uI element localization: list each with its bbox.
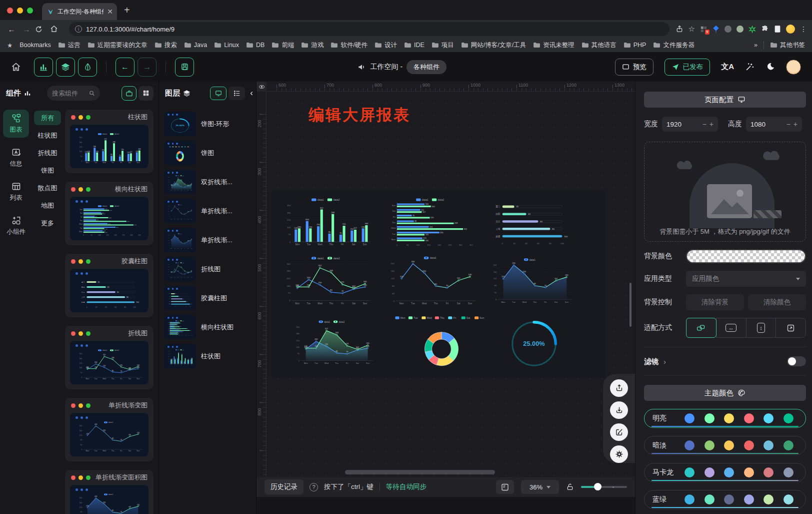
layer-item-单折线渐...[interactable]: data104080120160200MonTueWedThuFriSatSun… — [164, 228, 251, 252]
clear-color-button[interactable]: 清除颜色 — [748, 294, 806, 310]
canvas-chart-横向柱状图[interactable]: data1data2050100150200250300350Sun130160… — [384, 195, 478, 251]
search-input[interactable] — [52, 90, 87, 97]
url-bar[interactable]: i 127.0.0.1:3000/#/chart/home/9 — [69, 22, 670, 36]
edit-button[interactable] — [610, 423, 628, 441]
home-nav-icon[interactable] — [11, 62, 21, 72]
layer-item-横向柱状图[interactable]: data1data2050100150200250300350Sun130160… — [164, 315, 251, 339]
sidebar-item-图表[interactable]: 图表 — [3, 110, 29, 138]
zoom-slider[interactable] — [581, 486, 627, 488]
clear-background-button[interactable]: 清除背景 — [686, 294, 744, 310]
language-icon[interactable]: 文A — [721, 62, 734, 72]
height-input[interactable]: 1080−+ — [746, 117, 802, 132]
component-card-单折线渐变面积图[interactable]: 单折线渐变面积图data104080120160200MonTueWedThuF… — [65, 470, 154, 514]
back-icon[interactable]: ← — [5, 25, 18, 34]
site-info-icon[interactable]: i — [75, 26, 82, 33]
canvas-horizontal-scrollbar[interactable] — [345, 470, 495, 474]
theme-row-马卡龙[interactable]: 马卡龙 — [644, 463, 806, 482]
theme-color-header[interactable]: 主题颜色 — [644, 385, 806, 401]
menu-dots-icon[interactable]: ⋮ — [800, 25, 807, 33]
panel-toggle-button[interactable] — [496, 480, 514, 494]
user-avatar[interactable] — [786, 60, 801, 75]
list-view-toggle[interactable] — [228, 87, 245, 100]
sidebar-item-列表[interactable]: 列表 — [3, 178, 29, 206]
publish-button[interactable]: 已发布 — [664, 59, 710, 76]
green-star-extension-icon[interactable] — [748, 26, 756, 33]
grid-view-toggle[interactable] — [138, 86, 154, 101]
kite-extension-icon[interactable] — [712, 25, 720, 33]
sidebar-item-信息[interactable]: 信息 — [3, 144, 29, 172]
dark-mode-moon-icon[interactable] — [766, 62, 775, 72]
reload-icon[interactable] — [35, 26, 48, 33]
dashboard-screen[interactable]: data1data2070140210280350MonTueWedThuFri… — [272, 190, 605, 378]
layer-item-饼图[interactable]: MonTueWedThuFriSatSun饼图 — [164, 141, 251, 165]
fit-height-button[interactable]: ↕ — [746, 318, 776, 338]
bookmark-item[interactable]: Java — [184, 41, 207, 50]
layer-item-柱状图[interactable]: data1data2070140210280350MonTueWedThuFri… — [164, 344, 251, 368]
components-toggle-button[interactable] — [34, 58, 53, 77]
bookmark-item[interactable]: Linux — [214, 41, 239, 50]
component-card-折线图[interactable]: 折线图data1data2070140210280350MonTueWedThu… — [65, 326, 154, 389]
component-card-横向柱状图[interactable]: 横向柱状图data1data2050100150200250300350Sun1… — [65, 182, 154, 245]
canvas-chart-单折线渐变面积[interactable]: data104080120160200MonTueWedThuFriSatSun… — [486, 253, 574, 310]
fit-scale-button[interactable] — [686, 318, 716, 338]
component-card-柱状图[interactable]: 柱状图data1data2070140210280350MonTueWedThu… — [65, 110, 154, 173]
new-tab-button[interactable]: + — [124, 5, 130, 16]
workspace-name-pill[interactable]: 各种组件 — [406, 60, 446, 74]
extensions-puzzle-icon[interactable] — [761, 25, 769, 33]
category-柱状图[interactable]: 柱状图 — [34, 128, 61, 143]
bookmark-item[interactable]: 设计 — [374, 41, 397, 50]
minimize-window-button[interactable] — [17, 8, 23, 14]
bg-color-swatch[interactable] — [686, 249, 806, 263]
bookmark-item[interactable]: 前端 — [272, 41, 294, 50]
collapse-panel-icon[interactable]: ‹ — [250, 88, 253, 98]
bookmark-star-icon[interactable]: ☆ — [688, 25, 695, 34]
canvas-chart-双折线渐变[interactable]: data1data2070140210280350MonTueWedThuFri… — [290, 311, 376, 375]
save-button[interactable] — [175, 58, 194, 77]
canvas-text-banner[interactable]: 编辑大屏报表 — [308, 105, 410, 126]
fit-width-button[interactable]: ↔ — [716, 318, 746, 338]
category-更多[interactable]: 更多 — [34, 216, 61, 230]
other-bookmarks-folder[interactable]: 其他书签 — [770, 41, 805, 50]
redo-button[interactable]: → — [138, 58, 156, 77]
filter-switch[interactable] — [787, 356, 806, 366]
bookmark-item[interactable]: 软件/硬件 — [330, 41, 367, 50]
bookmark-item[interactable]: PHP — [624, 41, 646, 50]
history-button[interactable]: 历史记录 — [264, 479, 304, 494]
component-card-胶囊柱图[interactable]: 胶囊柱图厦门20南阳40北京60上海80新疆100020406080100 — [65, 254, 154, 317]
component-search[interactable] — [47, 86, 100, 101]
layer-item-折线图[interactable]: data1data2070140210280350MonTueWedThuFri… — [164, 257, 251, 281]
share-icon[interactable] — [676, 25, 684, 33]
theme-row-明亮[interactable]: 明亮 — [644, 409, 806, 428]
theme-row-蓝绿[interactable]: 蓝绿 — [644, 490, 806, 509]
category-散点图[interactable]: 散点图 — [34, 181, 61, 195]
theme-row-暗淡[interactable]: 暗淡 — [644, 436, 806, 455]
maximize-window-button[interactable] — [27, 8, 33, 14]
sidebar-item-小组件[interactable]: 小组件 — [3, 212, 29, 240]
layer-item-胶囊柱图[interactable]: 厦门20南阳40北京60上海80新疆100020406080100胶囊柱图 — [164, 286, 251, 310]
bookmark-item[interactable]: DB — [246, 41, 264, 50]
preview-button[interactable]: 预览 — [615, 59, 654, 76]
password-extension-icon[interactable]: 9 — [700, 26, 708, 33]
slider-knob[interactable] — [594, 483, 602, 490]
ruler-toggle-eye-icon[interactable] — [256, 82, 266, 92]
tab-close-icon[interactable]: ✕ — [107, 8, 113, 16]
chevron-right-icon[interactable]: › — [664, 357, 666, 366]
category-折线图[interactable]: 折线图 — [34, 146, 61, 160]
category-地图[interactable]: 地图 — [34, 198, 61, 213]
magic-wand-icon[interactable] — [745, 62, 754, 72]
bookmark-item[interactable]: 运营 — [58, 41, 80, 50]
app-type-select[interactable]: 应用颜色 — [686, 271, 806, 287]
canvas-chart-饼图[interactable]: MonTueWedThuFriSatSun — [380, 312, 504, 373]
settings-gear-icon[interactable] — [610, 445, 628, 463]
layers-toggle-button[interactable] — [56, 58, 75, 77]
category-所有[interactable]: 所有 — [34, 111, 61, 125]
bookmark-item[interactable]: 资讯未整理 — [533, 41, 574, 50]
canvas-chart-折线图[interactable]: data1data2070140210280350MonTueWedThuFri… — [280, 253, 374, 310]
bookmarks-star-icon[interactable]: ★ — [7, 42, 12, 49]
canvas-chart-饼图-环形[interactable]: 25.00% — [498, 313, 570, 372]
forward-icon[interactable]: → — [20, 25, 33, 34]
layer-item-单折线渐...[interactable]: data104080120160200MonTueWedThuFriSatSun… — [164, 199, 251, 223]
bookmark-item[interactable]: 搜索 — [154, 41, 177, 50]
minus-icon[interactable]: − — [702, 120, 706, 128]
reading-list-icon[interactable] — [774, 25, 781, 33]
